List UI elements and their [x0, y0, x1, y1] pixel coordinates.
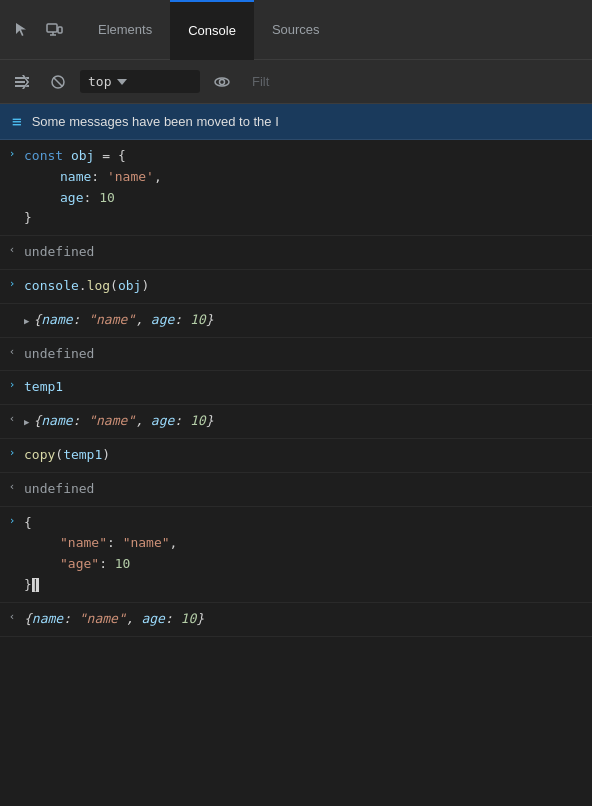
output-arrow: ‹	[0, 476, 24, 493]
code-block: copy(temp1)	[24, 442, 592, 469]
cursor-icon[interactable]	[8, 16, 36, 44]
code-block: const obj = { name: 'name', age: 10 }	[24, 143, 592, 232]
block-icon[interactable]	[44, 68, 72, 96]
code-block: { "name": "name", "age": 10 }|	[24, 510, 592, 599]
context-label: top	[88, 74, 111, 89]
console-toolbar: top Filt	[0, 60, 592, 104]
table-row: › temp1	[0, 371, 592, 405]
info-message: Some messages have been moved to the I	[32, 114, 279, 129]
info-icon: ≡	[12, 112, 22, 131]
tab-bar: Elements Console Sources	[0, 0, 592, 60]
table-row: › const obj = { name: 'name', age: 10 }	[0, 140, 592, 236]
spacer: ›	[0, 307, 24, 324]
input-arrow[interactable]: ›	[0, 442, 24, 459]
log-value: ▶{name: "name", age: 10}	[24, 307, 592, 334]
expand-icon[interactable]: ▶	[24, 314, 29, 328]
tab-elements[interactable]: Elements	[80, 0, 170, 60]
clear-console-button[interactable]	[8, 68, 36, 96]
svg-point-12	[220, 79, 225, 84]
tab-console[interactable]: Console	[170, 0, 254, 60]
table-row: ‹ undefined	[0, 338, 592, 372]
output-arrow: ‹	[0, 341, 24, 358]
output-arrow: ‹	[0, 408, 24, 425]
table-row: ‹ undefined	[0, 236, 592, 270]
svg-rect-6	[15, 85, 29, 87]
input-arrow[interactable]: ›	[0, 374, 24, 391]
output-value: {name: "name", age: 10}	[24, 606, 592, 633]
code-block: console.log(obj)	[24, 273, 592, 300]
console-output: › const obj = { name: 'name', age: 10 } …	[0, 140, 592, 804]
input-arrow[interactable]: ›	[0, 510, 24, 527]
output-value: ▶{name: "name", age: 10}	[24, 408, 592, 435]
tab-sources[interactable]: Sources	[254, 0, 338, 60]
expand-icon[interactable]: ▶	[24, 415, 29, 429]
svg-rect-1	[58, 27, 62, 33]
output-value: undefined	[24, 341, 592, 368]
info-bar: ≡ Some messages have been moved to the I	[0, 104, 592, 140]
svg-rect-0	[47, 24, 57, 32]
device-icon[interactable]	[40, 16, 68, 44]
output-value: undefined	[24, 239, 592, 266]
input-arrow[interactable]: ›	[0, 143, 24, 160]
output-value: undefined	[24, 476, 592, 503]
table-row: ‹ {name: "name", age: 10}	[0, 603, 592, 637]
svg-rect-4	[15, 77, 29, 79]
eye-icon[interactable]	[208, 68, 236, 96]
table-row: › { "name": "name", "age": 10 }|	[0, 507, 592, 603]
table-row: › console.log(obj)	[0, 270, 592, 304]
code-block: temp1	[24, 374, 592, 401]
devtools-icons	[8, 16, 68, 44]
context-selector[interactable]: top	[80, 70, 200, 93]
table-row: ‹ undefined	[0, 473, 592, 507]
filter-input-area[interactable]: Filt	[244, 74, 584, 89]
svg-line-10	[54, 77, 63, 86]
input-arrow[interactable]: ›	[0, 273, 24, 290]
table-row: ‹ ▶{name: "name", age: 10}	[0, 405, 592, 439]
chevron-down-icon	[117, 79, 127, 85]
output-arrow: ‹	[0, 606, 24, 623]
table-row: › ▶{name: "name", age: 10}	[0, 304, 592, 338]
output-arrow: ‹	[0, 239, 24, 256]
table-row: › copy(temp1)	[0, 439, 592, 473]
